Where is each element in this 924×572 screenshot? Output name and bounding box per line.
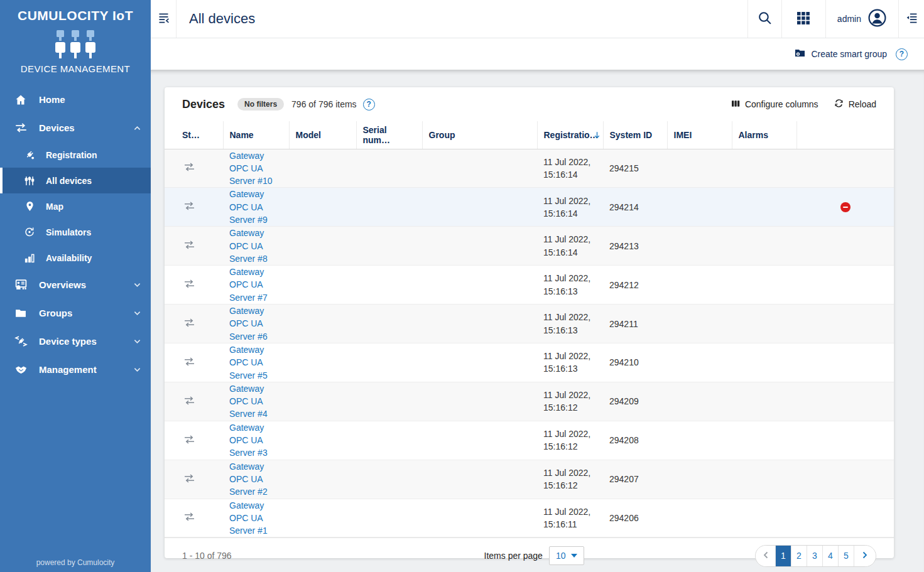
device-name-link[interactable]: Gateway OPC UA Server #8 bbox=[229, 227, 283, 265]
reload-button[interactable]: Reload bbox=[834, 98, 876, 111]
folder-icon bbox=[14, 307, 28, 320]
table-header: St…NameModelSerial num…GroupRegistratio…… bbox=[165, 121, 894, 149]
table-row[interactable]: Gateway OPC UA Server #7 11 Jul 2022, 15… bbox=[165, 266, 894, 305]
user-name-label: admin bbox=[837, 14, 861, 24]
right-drawer-toggle-button[interactable] bbox=[898, 0, 924, 38]
simulator-icon bbox=[24, 226, 35, 238]
no-filters-badge[interactable]: No filters bbox=[237, 98, 284, 111]
sidebar-item-devices[interactable]: Devices bbox=[0, 114, 151, 142]
column-header-imei[interactable]: IMEI bbox=[667, 121, 732, 149]
table-row[interactable]: Gateway OPC UA Server #2 11 Jul 2022, 15… bbox=[165, 460, 894, 499]
sidebar-item-management[interactable]: Management bbox=[0, 355, 151, 384]
cell-group bbox=[422, 188, 537, 227]
sidebar-item-groups[interactable]: Groups bbox=[0, 299, 151, 327]
device-name-link[interactable]: Gateway OPC UA Server #4 bbox=[229, 382, 283, 421]
sidebar-item-device-types[interactable]: Device types bbox=[0, 327, 151, 355]
registration-date-text: 11 Jul 2022, bbox=[543, 428, 597, 440]
registration-time-text: 15:16:12 bbox=[543, 401, 597, 414]
smart-group-folder-icon bbox=[794, 47, 806, 61]
help-icon[interactable] bbox=[896, 48, 908, 60]
device-name-link[interactable]: Gateway OPC UA Server #3 bbox=[229, 421, 283, 460]
items-per-page-select[interactable]: 10 bbox=[549, 546, 585, 565]
column-header-group[interactable]: Group bbox=[422, 121, 537, 149]
sync-status-icon bbox=[183, 240, 195, 249]
card-title: Devices bbox=[182, 98, 225, 111]
column-header-registration-date[interactable]: Registratio… bbox=[537, 121, 603, 149]
table-row[interactable]: Gateway OPC UA Server #9 11 Jul 2022, 15… bbox=[165, 188, 894, 227]
cell-registration-date: 11 Jul 2022, 15:16:14 bbox=[537, 149, 603, 188]
cell-status bbox=[165, 499, 223, 537]
cell-serial-number bbox=[356, 266, 422, 305]
table-row[interactable]: Gateway OPC UA Server #1 11 Jul 2022, 15… bbox=[165, 499, 894, 537]
items-per-page-label: Items per page bbox=[484, 551, 543, 561]
pagination-previous-button[interactable] bbox=[756, 546, 776, 566]
chevron-down-icon bbox=[134, 311, 141, 316]
user-menu-button[interactable]: admin bbox=[825, 0, 898, 38]
sidebar-item-availability[interactable]: Availability bbox=[0, 245, 151, 271]
device-name-link[interactable]: Gateway OPC UA Server #9 bbox=[229, 188, 283, 226]
sidebar-item-label: Overviews bbox=[39, 279, 86, 290]
sort-descending-icon bbox=[593, 131, 601, 139]
device-name-link[interactable]: Gateway OPC UA Server #2 bbox=[229, 460, 283, 499]
cell-imei bbox=[667, 343, 732, 382]
table-row[interactable]: Gateway OPC UA Server #5 11 Jul 2022, 15… bbox=[165, 343, 894, 382]
table-row[interactable]: Gateway OPC UA Server #6 11 Jul 2022, 15… bbox=[165, 305, 894, 343]
topbar: All devices bbox=[151, 0, 924, 38]
device-name-link[interactable]: Gateway OPC UA Server #10 bbox=[229, 149, 283, 188]
sync-status-icon bbox=[183, 396, 195, 405]
chevron-left-icon bbox=[763, 551, 768, 561]
sidebar-item-map[interactable]: Map bbox=[0, 193, 151, 219]
table-row[interactable]: Gateway OPC UA Server #4 11 Jul 2022, 15… bbox=[165, 382, 894, 421]
cell-alarms bbox=[732, 149, 796, 188]
cell-model bbox=[289, 421, 356, 460]
critical-alarm-icon[interactable] bbox=[840, 202, 851, 212]
app-switcher-button[interactable] bbox=[781, 0, 825, 38]
plug-icon bbox=[24, 149, 35, 161]
sidebar-item-all-devices[interactable]: All devices bbox=[0, 168, 151, 193]
cell-registration-date: 11 Jul 2022, 15:16:12 bbox=[537, 382, 603, 421]
column-header-model[interactable]: Model bbox=[289, 121, 356, 149]
cell-serial-number bbox=[356, 188, 422, 227]
sidebar-item-label: All devices bbox=[46, 176, 92, 186]
items-help-icon[interactable] bbox=[363, 99, 375, 111]
create-smart-group-button[interactable]: Create smart group bbox=[794, 47, 887, 61]
table-row[interactable]: Gateway OPC UA Server #10 11 Jul 2022, 1… bbox=[165, 149, 894, 188]
pagination-page-4[interactable]: 4 bbox=[823, 546, 839, 566]
column-header-name[interactable]: Name bbox=[223, 121, 289, 149]
column-header-actions[interactable] bbox=[796, 121, 894, 149]
device-name-link[interactable]: Gateway OPC UA Server #5 bbox=[229, 343, 283, 382]
configure-columns-button[interactable]: Configure columns bbox=[731, 98, 818, 111]
table-row[interactable]: Gateway OPC UA Server #8 11 Jul 2022, 15… bbox=[165, 227, 894, 266]
pagination-next-button[interactable] bbox=[854, 546, 876, 566]
cell-alarms bbox=[732, 227, 796, 266]
sidebar-item-registration[interactable]: Registration bbox=[0, 142, 151, 168]
column-header-status[interactable]: St… bbox=[165, 121, 223, 149]
column-header-alarms[interactable]: Alarms bbox=[732, 121, 796, 149]
cell-imei bbox=[667, 266, 732, 305]
topbar-actions: admin bbox=[747, 0, 924, 38]
sidebar-item-label: Availability bbox=[46, 253, 92, 263]
device-name-link[interactable]: Gateway OPC UA Server #1 bbox=[229, 499, 283, 537]
pagination-page-1[interactable]: 1 bbox=[776, 546, 791, 566]
sidebar-item-home[interactable]: Home bbox=[0, 85, 151, 114]
column-header-system-id[interactable]: System ID bbox=[603, 121, 667, 149]
cell-name: Gateway OPC UA Server #6 bbox=[223, 305, 289, 343]
table-row[interactable]: Gateway OPC UA Server #3 11 Jul 2022, 15… bbox=[165, 421, 894, 460]
search-button[interactable] bbox=[747, 0, 781, 38]
cell-name: Gateway OPC UA Server #1 bbox=[223, 499, 289, 537]
handshake-icon bbox=[14, 363, 28, 376]
pagination-page-2[interactable]: 2 bbox=[791, 546, 807, 566]
collapse-sidebar-button[interactable] bbox=[151, 0, 177, 38]
sidebar-item-simulators[interactable]: Simulators bbox=[0, 219, 151, 245]
sidebar-item-overviews[interactable]: Overviews bbox=[0, 271, 151, 299]
chevron-down-icon bbox=[134, 367, 141, 372]
devices-card: Devices No filters 796 of 796 items Conf… bbox=[165, 87, 894, 558]
column-header-serial-number[interactable]: Serial num… bbox=[356, 121, 422, 149]
cell-serial-number bbox=[356, 305, 422, 343]
device-name-link[interactable]: Gateway OPC UA Server #7 bbox=[229, 266, 283, 304]
pagination-page-5[interactable]: 5 bbox=[839, 546, 854, 566]
device-name-link[interactable]: Gateway OPC UA Server #6 bbox=[229, 305, 283, 343]
pagination-page-3[interactable]: 3 bbox=[807, 546, 823, 566]
items-per-page: Items per page 10 bbox=[484, 546, 585, 565]
cell-system-id: 294210 bbox=[603, 343, 667, 382]
